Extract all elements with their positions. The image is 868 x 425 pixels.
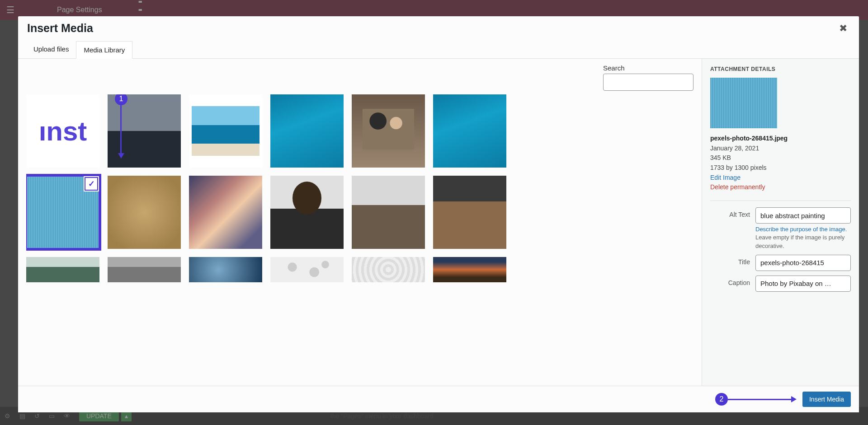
media-tile[interactable] [26,257,99,282]
media-tile[interactable] [433,176,506,249]
media-tile[interactable] [433,257,506,282]
media-tile[interactable] [352,94,425,168]
edit-image-link[interactable]: Edit Image [710,173,851,183]
insert-media-modal: Insert Media ✖ Upload files Media Librar… [18,16,859,412]
caption-label: Caption [710,276,755,286]
tab-upload-files[interactable]: Upload files [26,41,76,58]
modal-footer: 2 Insert Media [18,386,859,412]
media-tile[interactable] [270,94,344,168]
alt-text-hint-link[interactable]: Describe the purpose of the image. [755,226,847,233]
search-label: Search [603,64,693,72]
close-icon[interactable]: ✖ [836,22,850,35]
media-tile[interactable] [270,257,344,282]
delete-permanently-link[interactable]: Delete permanently [710,182,851,192]
annotation-arrow-2: 2 [715,393,797,406]
details-heading: ATTACHMENT DETAILS [710,66,851,72]
media-grid: ınst [26,94,698,282]
media-gallery-pane: Search 1 ınst [18,59,702,386]
alt-text-label: Alt Text [710,207,755,218]
attachment-details-pane: ATTACHMENT DETAILS pexels-photo-268415.j… [702,59,859,386]
media-tile[interactable] [108,257,181,282]
title-input[interactable] [755,255,851,271]
caption-input[interactable] [755,276,851,292]
alt-text-hint: Describe the purpose of the image. Leave… [755,225,851,250]
media-tile[interactable] [108,176,181,249]
media-tile[interactable] [189,176,262,249]
details-dimensions: 1733 by 1300 pixels [710,163,851,173]
media-tile[interactable] [352,176,425,249]
media-tile-selected[interactable] [26,176,99,249]
media-scroll[interactable]: 1 ınst [26,94,702,386]
insert-media-button[interactable]: Insert Media [802,392,851,407]
tab-media-library[interactable]: Media Library [76,41,132,59]
search-input[interactable] [603,74,693,91]
media-tile[interactable] [189,94,262,168]
details-filename: pexels-photo-268415.jpeg [710,134,851,144]
alt-text-input[interactable] [755,207,851,224]
details-filesize: 345 KB [710,153,851,163]
details-date: January 28, 2021 [710,144,851,154]
media-tile[interactable] [433,94,506,168]
modal-title: Insert Media [27,22,93,35]
modal-tabs: Upload files Media Library [18,41,859,59]
annotation-badge-2: 2 [715,393,728,406]
media-tile[interactable] [352,257,425,282]
media-tile[interactable] [189,257,262,282]
media-tile[interactable] [270,176,344,249]
details-thumbnail [710,78,777,128]
media-tile[interactable]: ınst [26,94,99,168]
title-label: Title [710,255,755,266]
